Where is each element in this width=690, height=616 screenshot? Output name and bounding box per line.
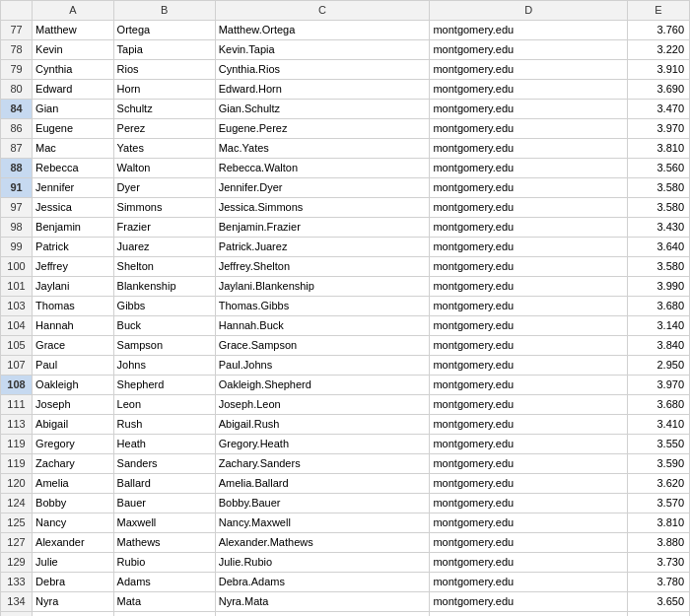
cell-c[interactable]: Edward.Horn [215,80,430,100]
cell-e[interactable]: 3.910 [627,60,689,80]
cell-c[interactable]: Paul.Johns [215,356,430,376]
cell-a[interactable]: Edward [33,80,114,100]
cell-b[interactable]: Blankenship [113,277,215,297]
cell-b[interactable]: Rios [113,60,215,80]
table-row[interactable]: 111JosephLeonJoseph.Leonmontgomery.edu3.… [1,395,690,415]
cell-d[interactable]: montgomery.edu [430,60,628,80]
cell-a[interactable]: Gian [33,100,114,119]
cell-a[interactable]: Benjamin [33,218,114,238]
cell-e[interactable]: 3.650 [627,592,689,612]
table-row[interactable]: 113AbigailRushAbigail.Rushmontgomery.edu… [1,415,690,435]
cell-b[interactable]: Benson [113,612,215,617]
cell-e[interactable]: 3.140 [627,316,689,336]
cell-a[interactable]: Jaylani [33,277,114,297]
cell-d[interactable]: montgomery.edu [430,277,628,297]
cell-b[interactable]: Schultz [113,100,215,119]
cell-b[interactable]: Walton [113,159,215,178]
cell-d[interactable]: montgomery.edu [430,139,628,159]
table-row[interactable]: 97JessicaSimmonsJessica.Simmonsmontgomer… [1,198,690,218]
col-header-d[interactable]: D [430,1,628,21]
cell-b[interactable]: Shelton [113,257,215,277]
cell-a[interactable]: Joseph [33,395,114,415]
cell-c[interactable]: Julie.Rubio [215,553,430,573]
cell-a[interactable]: Alexander [33,533,114,553]
table-row[interactable]: 127AlexanderMathewsAlexander.Mathewsmont… [1,533,690,553]
cell-c[interactable]: Nyra.Mata [215,592,430,612]
cell-c[interactable]: Matthew.Ortega [215,21,430,40]
cell-a[interactable]: Jessica [33,198,114,218]
table-row[interactable]: 98BenjaminFrazierBenjamin.Fraziermontgom… [1,218,690,238]
cell-d[interactable]: montgomery.edu [430,592,628,612]
col-header-c[interactable]: C [215,1,430,21]
cell-c[interactable]: Patrick.Juarez [215,238,430,257]
cell-e[interactable]: 3.760 [627,21,689,40]
col-header-a[interactable]: A [33,1,114,21]
cell-c[interactable]: Joseph.Leon [215,395,430,415]
cell-e[interactable]: 3.840 [627,336,689,356]
cell-c[interactable]: Abigail.Rush [215,415,430,435]
col-header-e[interactable]: E [627,1,689,21]
cell-b[interactable]: Mathews [113,533,215,553]
cell-c[interactable]: Rebecca.Walton [215,159,430,178]
table-row[interactable]: 101JaylaniBlankenshipJaylani.Blankenship… [1,277,690,297]
cell-a[interactable]: Bobby [33,494,114,513]
cell-d[interactable]: montgomery.edu [430,297,628,316]
cell-e[interactable]: 2.950 [627,356,689,376]
cell-b[interactable]: Buck [113,316,215,336]
cell-b[interactable]: Leon [113,395,215,415]
table-row[interactable]: 99PatrickJuarezPatrick.Juarezmontgomery.… [1,238,690,257]
cell-d[interactable]: montgomery.edu [430,21,628,40]
table-row[interactable]: 78KevinTapiaKevin.Tapiamontgomery.edu3.2… [1,40,690,60]
table-row[interactable]: 108OakleighShepherdOakleigh.Shepherdmont… [1,376,690,395]
table-row[interactable]: 134NyraMataNyra.Matamontgomery.edu3.650 [1,592,690,612]
cell-e[interactable]: 3.680 [627,297,689,316]
cell-d[interactable]: montgomery.edu [430,513,628,533]
cell-a[interactable]: Gregory [33,435,114,454]
cell-c[interactable]: Bobby.Bauer [215,494,430,513]
cell-c[interactable]: Hannah.Buck [215,316,430,336]
table-row[interactable]: 88RebeccaWaltonRebecca.Waltonmontgomery.… [1,159,690,178]
cell-c[interactable]: Grace.Sampson [215,336,430,356]
table-row[interactable]: 87MacYatesMac.Yatesmontgomery.edu3.810 [1,139,690,159]
cell-d[interactable]: montgomery.edu [430,454,628,474]
cell-e[interactable]: 3.690 [627,80,689,100]
cell-e[interactable]: 3.590 [627,454,689,474]
table-row[interactable]: 91JenniferDyerJennifer.Dyermontgomery.ed… [1,178,690,198]
cell-a[interactable]: Margaret [33,612,114,617]
cell-d[interactable]: montgomery.edu [430,356,628,376]
cell-c[interactable]: Eugene.Perez [215,119,430,139]
cell-d[interactable]: montgomery.edu [430,573,628,592]
cell-a[interactable]: Cynthia [33,60,114,80]
cell-d[interactable]: montgomery.edu [430,494,628,513]
cell-b[interactable]: Ortega [113,21,215,40]
cell-a[interactable]: Nancy [33,513,114,533]
cell-a[interactable]: Jeffrey [33,257,114,277]
cell-e[interactable]: 3.640 [627,238,689,257]
cell-b[interactable]: Sanders [113,454,215,474]
cell-a[interactable]: Abigail [33,415,114,435]
table-row[interactable]: 100JeffreySheltonJeffrey.Sheltonmontgome… [1,257,690,277]
cell-e[interactable]: 3.680 [627,395,689,415]
cell-d[interactable]: montgomery.edu [430,238,628,257]
cell-a[interactable]: Kevin [33,40,114,60]
cell-c[interactable]: Benjamin.Frazier [215,218,430,238]
table-row[interactable]: 137MargaretBensonMargaret.Bensonmontgome… [1,612,690,617]
cell-e[interactable]: 3.580 [627,198,689,218]
cell-a[interactable]: Julie [33,553,114,573]
cell-c[interactable]: Amelia.Ballard [215,474,430,494]
cell-e[interactable]: 3.710 [627,612,689,617]
table-row[interactable]: 77MatthewOrtegaMatthew.Ortegamontgomery.… [1,21,690,40]
cell-a[interactable]: Amelia [33,474,114,494]
table-row[interactable]: 104HannahBuckHannah.Buckmontgomery.edu3.… [1,316,690,336]
cell-d[interactable]: montgomery.edu [430,533,628,553]
table-row[interactable]: 133DebraAdamsDebra.Adamsmontgomery.edu3.… [1,573,690,592]
cell-d[interactable]: montgomery.edu [430,553,628,573]
cell-b[interactable]: Frazier [113,218,215,238]
cell-a[interactable]: Thomas [33,297,114,316]
table-row[interactable]: 124BobbyBauerBobby.Bauermontgomery.edu3.… [1,494,690,513]
table-row[interactable]: 84GianSchultzGian.Schultzmontgomery.edu3… [1,100,690,119]
cell-a[interactable]: Rebecca [33,159,114,178]
cell-b[interactable]: Adams [113,573,215,592]
cell-c[interactable]: Kevin.Tapia [215,40,430,60]
cell-c[interactable]: Gregory.Heath [215,435,430,454]
